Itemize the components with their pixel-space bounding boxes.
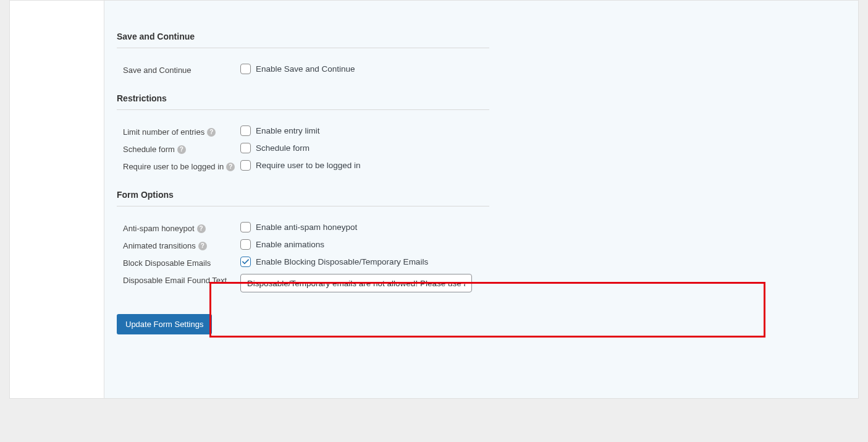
checkbox-save-continue[interactable] xyxy=(240,64,251,74)
label-text: Animated transitions xyxy=(123,241,196,250)
control-limit-entries: Enable entry limit xyxy=(240,125,320,136)
sidebar xyxy=(10,1,104,398)
checkbox-label-require-login: Require user to be logged in xyxy=(256,161,361,170)
label-text: Anti-spam honeypot xyxy=(123,224,195,233)
label-text: Require user to be logged in xyxy=(123,162,224,171)
help-icon[interactable]: ? xyxy=(197,224,206,233)
label-schedule-form: Schedule form ? xyxy=(117,143,240,154)
control-anti-spam: Enable anti-spam honeypot xyxy=(240,222,357,232)
page-container: Save and Continue Save and Continue Enab… xyxy=(0,0,868,442)
control-animated: Enable animations xyxy=(240,239,324,250)
spacer xyxy=(117,1,846,13)
row-disposable-text: Disposable Email Found Text xyxy=(117,268,846,292)
row-limit-entries: Limit number of entries ? Enable entry l… xyxy=(117,119,846,137)
help-icon[interactable]: ? xyxy=(207,128,216,137)
label-text: Limit number of entries xyxy=(123,127,204,137)
row-block-disposable: Block Disposable Emails Enable Blocking … xyxy=(117,250,846,268)
label-animated: Animated transitions ? xyxy=(117,239,240,250)
input-disposable-text[interactable] xyxy=(240,274,472,292)
rows-group: Limit number of entries ? Enable entry l… xyxy=(117,110,846,171)
rows-group: Save and Continue Enable Save and Contin… xyxy=(117,48,846,75)
help-icon[interactable]: ? xyxy=(177,145,186,154)
checkbox-block-disposable[interactable] xyxy=(240,257,251,267)
label-block-disposable: Block Disposable Emails xyxy=(117,257,240,268)
checkbox-label-block-disposable: Enable Blocking Disposable/Temporary Ema… xyxy=(256,257,428,266)
checkbox-label-limit-entries: Enable entry limit xyxy=(256,126,320,135)
section-header-restrictions: Restrictions xyxy=(117,75,489,110)
control-save-continue: Enable Save and Continue xyxy=(240,64,355,74)
section-header-form-options: Form Options xyxy=(117,171,489,206)
control-schedule-form: Schedule form xyxy=(240,143,310,153)
checkbox-label-save-continue: Enable Save and Continue xyxy=(256,64,355,74)
checkbox-require-login[interactable] xyxy=(240,160,251,171)
row-animated: Animated transitions ? Enable animations xyxy=(117,233,846,250)
settings-panel: Save and Continue Save and Continue Enab… xyxy=(9,0,859,399)
control-block-disposable: Enable Blocking Disposable/Temporary Ema… xyxy=(240,257,428,267)
row-schedule-form: Schedule form ? Schedule form xyxy=(117,137,846,154)
label-require-login: Require user to be logged in ? xyxy=(117,160,240,171)
checkbox-label-anti-spam: Enable anti-spam honeypot xyxy=(256,223,357,232)
label-text: Block Disposable Emails xyxy=(123,258,211,268)
checkbox-limit-entries[interactable] xyxy=(240,125,251,136)
control-require-login: Require user to be logged in xyxy=(240,160,361,171)
label-text: Save and Continue xyxy=(123,66,192,75)
label-text: Schedule form xyxy=(123,145,175,154)
rows-group: Anti-spam honeypot ? Enable anti-spam ho… xyxy=(117,206,846,292)
checkbox-animated[interactable] xyxy=(240,239,251,250)
checkbox-label-animated: Enable animations xyxy=(256,240,324,249)
help-icon[interactable]: ? xyxy=(226,163,235,171)
checkbox-label-schedule-form: Schedule form xyxy=(256,143,310,153)
label-text: Disposable Email Found Text xyxy=(123,276,227,285)
help-icon[interactable]: ? xyxy=(198,242,207,250)
checkbox-anti-spam[interactable] xyxy=(240,222,251,232)
label-limit-entries: Limit number of entries ? xyxy=(117,125,240,137)
control-disposable-text xyxy=(240,274,472,292)
content-area: Save and Continue Save and Continue Enab… xyxy=(104,1,858,398)
row-save-continue: Save and Continue Enable Save and Contin… xyxy=(117,57,846,75)
section-header-save-continue: Save and Continue xyxy=(117,13,489,48)
label-save-continue: Save and Continue xyxy=(117,64,240,75)
row-anti-spam: Anti-spam honeypot ? Enable anti-spam ho… xyxy=(117,216,846,233)
update-button[interactable]: Update Form Settings xyxy=(117,314,212,334)
label-anti-spam: Anti-spam honeypot ? xyxy=(117,222,240,233)
checkbox-schedule-form[interactable] xyxy=(240,143,251,153)
row-require-login: Require user to be logged in ? Require u… xyxy=(117,154,846,171)
check-icon xyxy=(242,258,250,266)
label-disposable-text: Disposable Email Found Text xyxy=(117,274,240,285)
